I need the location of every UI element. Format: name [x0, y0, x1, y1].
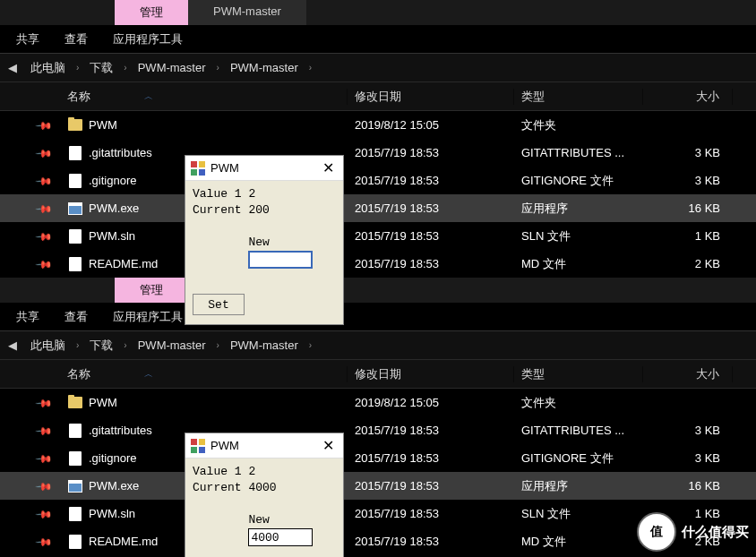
file-row[interactable]: 📌PWM.exe2015/7/19 18:53应用程序16 KB — [0, 194, 756, 222]
chevron-left-icon[interactable]: ◀ — [4, 59, 21, 77]
chevron-right-icon: › — [307, 340, 314, 350]
file-name: .gitattributes — [89, 146, 152, 159]
header-size[interactable]: 大小 — [643, 89, 733, 105]
current-label: Current 4000 — [193, 480, 336, 496]
file-row[interactable]: 📌.gitignore2015/7/19 18:53GITIGNORE 文件3 … — [0, 444, 756, 472]
breadcrumb[interactable]: ◀ 此电脑 › 下载 › PWM-master › PWM-master › — [0, 331, 756, 360]
pin-icon[interactable]: 📌 — [35, 227, 54, 245]
file-row[interactable]: 📌PWM2019/8/12 15:05文件夹 — [0, 111, 756, 139]
breadcrumb-item[interactable]: 下载 — [81, 338, 122, 354]
chevron-right-icon: › — [307, 63, 314, 73]
file-size: 16 KB — [643, 479, 733, 493]
close-icon[interactable]: ✕ — [319, 159, 338, 176]
breadcrumb-item[interactable]: 此电脑 — [21, 60, 74, 76]
file-row[interactable]: 📌README.md2015/7/19 18:53MD 文件2 KB — [0, 250, 756, 278]
chevron-left-icon[interactable]: ◀ — [4, 337, 21, 355]
header-size[interactable]: 大小 — [643, 366, 733, 382]
file-row[interactable]: 📌.gitattributes2015/7/19 18:53GITATTRIBU… — [0, 139, 756, 167]
explorer-pane-top: 管理 PWM-master 共享 查看 应用程序工具 ◀ 此电脑 › 下载 › … — [0, 0, 756, 278]
file-date: 2015/7/19 18:53 — [348, 257, 514, 270]
ribbon-view[interactable]: 查看 — [52, 31, 100, 47]
file-type: GITIGNORE 文件 — [514, 450, 643, 467]
app-icon — [191, 161, 205, 176]
new-value-input[interactable] — [248, 251, 313, 269]
pin-icon[interactable]: 📌 — [35, 393, 54, 412]
file-date: 2015/7/19 18:53 — [348, 201, 514, 215]
file-type: GITATTRIBUTES ... — [514, 424, 643, 437]
header-name[interactable]: 名称 ︿ — [0, 366, 348, 382]
header-name[interactable]: 名称 ︿ — [0, 89, 348, 105]
header-type[interactable]: 类型 — [514, 366, 643, 382]
ribbon-share[interactable]: 共享 — [4, 31, 52, 47]
column-headers: 名称 ︿ 修改日期 类型 大小 — [0, 82, 756, 111]
pin-icon[interactable]: 📌 — [35, 476, 54, 495]
watermark-text: 什么值得买 — [682, 524, 749, 541]
pin-icon[interactable]: 📌 — [35, 449, 54, 467]
breadcrumb-item[interactable]: 下载 — [81, 60, 122, 76]
header-date[interactable]: 修改日期 — [348, 89, 514, 105]
file-name: PWM — [89, 118, 117, 132]
header-date[interactable]: 修改日期 — [348, 366, 514, 382]
watermark-badge: 值 — [637, 512, 676, 552]
pin-icon[interactable]: 📌 — [35, 171, 54, 190]
chevron-right-icon: › — [74, 340, 81, 350]
header-type[interactable]: 类型 — [514, 89, 643, 105]
pin-icon[interactable]: 📌 — [35, 532, 54, 551]
file-icon — [69, 229, 82, 244]
file-icon — [69, 146, 82, 160]
pin-icon[interactable]: 📌 — [35, 199, 54, 218]
ribbon-tools[interactable]: 应用程序工具 — [100, 309, 195, 325]
chevron-right-icon: › — [74, 63, 81, 73]
file-type: 应用程序 — [514, 478, 643, 494]
breadcrumb[interactable]: ◀ 此电脑 › 下载 › PWM-master › PWM-master › — [0, 54, 756, 82]
pin-icon[interactable]: 📌 — [35, 143, 54, 162]
set-button[interactable]: Set — [193, 294, 245, 315]
file-name: PWM.sln — [89, 507, 135, 520]
value-label: Value 1 2 — [193, 186, 336, 202]
pin-icon[interactable]: 📌 — [35, 504, 54, 523]
file-row[interactable]: 📌.gitignore2015/7/19 18:53GITIGNORE 文件3 … — [0, 167, 756, 194]
file-type: 文件夹 — [514, 395, 643, 411]
new-value-input[interactable] — [248, 528, 313, 546]
breadcrumb-item[interactable]: 此电脑 — [21, 338, 74, 354]
ribbon-tools[interactable]: 应用程序工具 — [100, 31, 195, 47]
close-icon[interactable]: ✕ — [319, 437, 338, 454]
breadcrumb-item[interactable]: PWM-master — [221, 338, 307, 352]
file-icon — [69, 174, 82, 188]
breadcrumb-item[interactable]: PWM-master — [129, 338, 215, 352]
file-type: MD 文件 — [514, 534, 643, 550]
file-name: PWM.exe — [89, 479, 139, 493]
file-name: README.md — [89, 257, 158, 270]
breadcrumb-item[interactable]: PWM-master — [129, 61, 215, 74]
pin-icon[interactable]: 📌 — [35, 421, 54, 440]
tab-manage[interactable]: 管理 — [115, 0, 188, 25]
file-row[interactable]: 📌PWM.exe2015/7/19 18:53应用程序16 KB — [0, 472, 756, 500]
file-size: 3 KB — [643, 451, 733, 465]
file-date: 2015/7/19 18:53 — [348, 535, 514, 548]
file-size: 3 KB — [643, 174, 733, 187]
file-row[interactable]: 📌PWM2019/8/12 15:05文件夹 — [0, 389, 756, 416]
pin-icon[interactable]: 📌 — [35, 116, 54, 134]
breadcrumb-item[interactable]: PWM-master — [221, 61, 307, 74]
tab-manage[interactable]: 管理 — [115, 278, 188, 303]
file-size: 2 KB — [643, 257, 733, 270]
file-row[interactable]: 📌PWM.sln2015/7/19 18:53SLN 文件1 KB — [0, 222, 756, 250]
pwm-dialog: PWM ✕ Value 1 2 Current 4000 New Set — [185, 433, 344, 557]
ribbon-row: 共享 查看 应用程序工具 — [0, 25, 756, 54]
new-label: New — [248, 236, 269, 249]
file-type: SLN 文件 — [514, 228, 643, 244]
dialog-titlebar[interactable]: PWM ✕ — [185, 156, 343, 181]
file-row[interactable]: 📌.gitattributes2015/7/19 18:53GITATTRIBU… — [0, 416, 756, 444]
ribbon-share[interactable]: 共享 — [4, 309, 52, 325]
sort-asc-icon: ︿ — [144, 368, 153, 381]
chevron-right-icon: › — [215, 63, 221, 73]
file-date: 2015/7/19 18:53 — [348, 146, 514, 159]
pin-icon[interactable]: 📌 — [35, 254, 54, 273]
new-label: New — [248, 513, 269, 527]
file-date: 2015/7/19 18:53 — [348, 174, 514, 187]
tabs-row: 管理 PWM-master — [0, 0, 756, 25]
ribbon-view[interactable]: 查看 — [52, 309, 100, 325]
file-type: SLN 文件 — [514, 506, 643, 522]
dialog-titlebar[interactable]: PWM ✕ — [185, 433, 343, 458]
tab-title[interactable]: PWM-master — [188, 0, 306, 25]
